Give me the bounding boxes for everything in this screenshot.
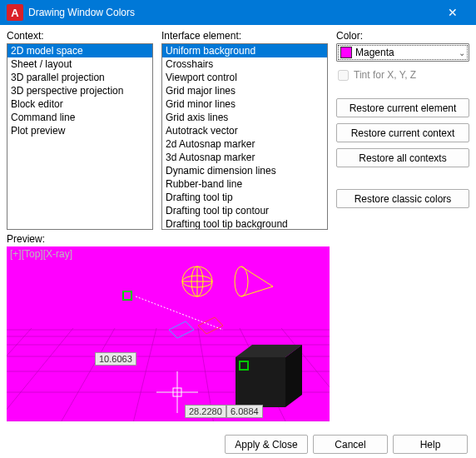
list-item[interactable]: Drafting tool tip background xyxy=(162,217,327,230)
chevron-down-icon: ⌄ xyxy=(459,48,465,57)
list-item[interactable]: Command line xyxy=(7,111,152,124)
list-item[interactable]: Uniform background xyxy=(162,44,327,57)
svg-line-10 xyxy=(131,328,156,421)
list-item[interactable]: Crosshairs xyxy=(162,57,327,71)
preview-pane: [+][Top][X-ray] 10.6063 28.2280 6.0884 xyxy=(7,246,330,421)
color-dropdown[interactable]: Magenta ⌄ xyxy=(336,43,469,62)
list-item[interactable]: 3D parallel projection xyxy=(7,71,152,84)
preview-measurement-a: 10.6063 xyxy=(95,352,136,366)
list-item[interactable]: Viewport control xyxy=(162,71,327,84)
preview-measurement-c: 6.0884 xyxy=(226,405,263,418)
app-logo-icon: A xyxy=(7,4,23,21)
dialog-footer: Apply & Close Cancel Help xyxy=(0,428,476,454)
close-icon[interactable]: ✕ xyxy=(436,6,469,19)
list-item[interactable]: Drafting tool tip contour xyxy=(162,204,327,217)
list-item[interactable]: Dynamic dimension lines xyxy=(162,164,327,177)
color-label: Color: xyxy=(336,30,469,42)
svg-line-8 xyxy=(7,328,73,421)
list-item[interactable]: Autotrack vector xyxy=(162,124,327,137)
preview-scene-icon xyxy=(7,246,330,421)
context-listbox[interactable]: 2D model spaceSheet / layout3D parallel … xyxy=(7,43,153,230)
window-title: Drawing Window Colors xyxy=(28,7,436,18)
restore-all-contexts-button[interactable]: Restore all contexts xyxy=(336,148,469,167)
list-item[interactable]: Grid major lines xyxy=(162,84,327,97)
preview-view-label: [+][Top][X-ray] xyxy=(10,248,72,260)
tint-checkbox-input[interactable] xyxy=(338,70,349,81)
list-item[interactable]: Rubber-band line xyxy=(162,177,327,191)
preview-label: Preview: xyxy=(7,233,469,245)
list-item[interactable]: Sheet / layout xyxy=(7,57,152,71)
restore-current-context-button[interactable]: Restore current context xyxy=(336,123,469,142)
list-item[interactable]: 2d Autosnap marker xyxy=(162,137,327,151)
help-button[interactable]: Help xyxy=(393,435,468,454)
cancel-button[interactable]: Cancel xyxy=(313,435,388,454)
svg-line-20 xyxy=(241,266,273,286)
color-swatch-icon xyxy=(340,47,352,58)
list-item[interactable]: 3d Autosnap marker xyxy=(162,151,327,164)
interface-element-listbox[interactable]: Uniform backgroundCrosshairsViewport con… xyxy=(161,43,328,230)
list-item[interactable]: 2D model space xyxy=(7,44,152,57)
list-item[interactable]: Grid minor lines xyxy=(162,97,327,111)
tint-label: Tint for X, Y, Z xyxy=(354,69,416,81)
list-item[interactable]: Drafting tool tip xyxy=(162,191,327,204)
restore-current-element-button[interactable]: Restore current element xyxy=(336,98,469,117)
titlebar: A Drawing Window Colors ✕ xyxy=(0,0,476,25)
color-selected-name: Magenta xyxy=(355,47,459,58)
interface-element-label: Interface element: xyxy=(161,30,328,42)
svg-point-19 xyxy=(235,266,248,296)
svg-line-7 xyxy=(7,328,32,421)
tint-checkbox[interactable]: Tint for X, Y, Z xyxy=(336,67,469,83)
apply-close-button[interactable]: Apply & Close xyxy=(225,435,308,454)
svg-rect-22 xyxy=(123,291,131,300)
restore-classic-colors-button[interactable]: Restore classic colors xyxy=(336,189,469,208)
preview-measurement-b: 28.2280 xyxy=(185,405,226,418)
svg-marker-23 xyxy=(236,357,285,407)
svg-line-9 xyxy=(57,328,115,421)
context-label: Context: xyxy=(7,30,153,42)
list-item[interactable]: 3D perspective projection xyxy=(7,84,152,97)
list-item[interactable]: Grid axis lines xyxy=(162,111,327,124)
list-item[interactable]: Plot preview xyxy=(7,124,152,137)
list-item[interactable]: Block editor xyxy=(7,97,152,111)
